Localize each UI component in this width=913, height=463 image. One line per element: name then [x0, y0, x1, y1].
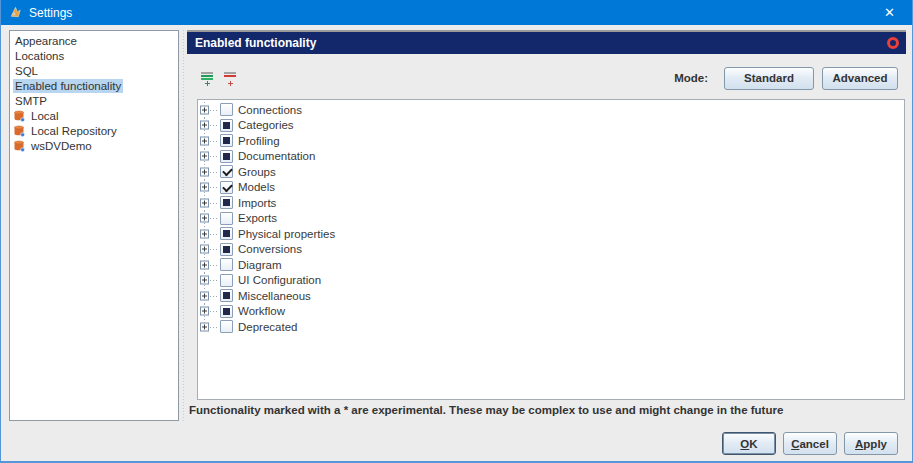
tree-connector [200, 257, 218, 273]
tree-checkbox[interactable] [220, 119, 233, 132]
tree-item-label[interactable]: Connections [238, 104, 302, 116]
toolbar: Mode: StandardAdvanced [187, 62, 906, 94]
panel-header: Enabled functionality [187, 30, 906, 54]
tree-connector [200, 180, 218, 196]
tree-connector [200, 118, 218, 134]
tree-checkbox[interactable] [220, 274, 233, 287]
mode-button-advanced[interactable]: Advanced [822, 67, 898, 90]
database-icon [13, 140, 25, 152]
expand-node-icon[interactable] [200, 167, 209, 176]
panel-title: Enabled functionality [187, 36, 316, 50]
functionality-tree: Connections Categories Profiling Documen… [197, 99, 905, 400]
tree-checkbox[interactable] [220, 165, 233, 178]
tree-item-label[interactable]: Models [238, 181, 275, 193]
tree-checkbox[interactable] [220, 196, 233, 209]
sidebar-item-sql[interactable]: SQL [13, 63, 178, 78]
cancel-button[interactable]: Cancel [783, 432, 837, 455]
sidebar-item-local[interactable]: Local [13, 108, 178, 123]
tree-item-label[interactable]: Categories [238, 119, 294, 131]
expand-node-icon[interactable] [200, 291, 209, 300]
titlebar[interactable]: Settings ✕ [1, 0, 912, 25]
tree-row: Categories [200, 118, 904, 134]
tree-connector [200, 164, 218, 180]
tree-item-label[interactable]: Miscellaneous [238, 290, 311, 302]
expand-node-icon[interactable] [200, 307, 209, 316]
tree-item-label[interactable]: Imports [238, 197, 276, 209]
expand-node-icon[interactable] [200, 229, 209, 238]
tree-checkbox[interactable] [220, 243, 233, 256]
tree-item-label[interactable]: Diagram [238, 259, 281, 271]
tree-row: Conversions [200, 242, 904, 258]
tree-checkbox[interactable] [220, 150, 233, 163]
tree-connector [200, 226, 218, 242]
tree-checkbox[interactable] [220, 181, 233, 194]
expand-all-icon[interactable] [199, 70, 216, 87]
tree-row: Exports [200, 211, 904, 227]
tree-item-label[interactable]: Documentation [238, 150, 315, 162]
tree-item-label[interactable]: Physical properties [238, 228, 335, 240]
sidebar-item-appearance[interactable]: Appearance [13, 33, 178, 48]
expand-node-icon[interactable] [200, 152, 209, 161]
tree-checkbox[interactable] [220, 320, 233, 333]
expand-node-icon[interactable] [200, 214, 209, 223]
record-red-icon [887, 37, 899, 49]
tree-row: Profiling [200, 133, 904, 149]
sidebar-item-locations[interactable]: Locations [13, 48, 178, 63]
tree-item-label[interactable]: UI Configuration [238, 274, 321, 286]
sidebar-item-label: SQL [13, 64, 40, 78]
footer-buttons: OKCancelApply [715, 432, 898, 455]
expand-node-icon[interactable] [200, 322, 209, 331]
settings-dialog: Settings ✕ Appearance Locations [0, 0, 913, 463]
tree-row: Models [200, 180, 904, 196]
sidebar-item-label: Appearance [13, 34, 79, 48]
sidebar-item-wsdvdemo[interactable]: wsDVDemo [13, 138, 178, 153]
expand-node-icon[interactable] [200, 245, 209, 254]
tree-connector [200, 319, 218, 335]
expand-node-icon[interactable] [200, 121, 209, 130]
tree-checkbox[interactable] [220, 134, 233, 147]
sidebar-item-local-repository[interactable]: Local Repository [13, 123, 178, 138]
tree-checkbox[interactable] [220, 227, 233, 240]
tree-row: Connections [200, 102, 904, 118]
ok-button[interactable]: OK [722, 432, 776, 455]
tree-checkbox[interactable] [220, 212, 233, 225]
tree-item-label[interactable]: Deprecated [238, 321, 297, 333]
expand-node-icon[interactable] [200, 136, 209, 145]
splitter-handle[interactable] [180, 30, 187, 421]
tree-row: Documentation [200, 149, 904, 165]
tree-item-label[interactable]: Exports [238, 212, 277, 224]
sidebar-item-label: wsDVDemo [29, 139, 94, 153]
tree-checkbox[interactable] [220, 289, 233, 302]
expand-node-icon[interactable] [200, 183, 209, 192]
apply-button[interactable]: Apply [844, 432, 898, 455]
expand-node-icon[interactable] [200, 198, 209, 207]
tree-connector [200, 195, 218, 211]
mode-button-standard[interactable]: Standard [724, 67, 814, 90]
mode-label: Mode: [674, 72, 708, 84]
mode-group: Mode: StandardAdvanced [674, 67, 898, 90]
tree-item-label[interactable]: Workflow [238, 305, 285, 317]
tree-checkbox[interactable] [220, 305, 233, 318]
tree-row: Miscellaneous [200, 288, 904, 304]
tree-connector [200, 149, 218, 165]
tree-checkbox[interactable] [220, 103, 233, 116]
experimental-note: Functionality marked with a * are experi… [189, 404, 901, 416]
sidebar-item-label: SMTP [13, 94, 49, 108]
expand-node-icon[interactable] [200, 260, 209, 269]
app-icon [8, 5, 23, 20]
tree-checkbox[interactable] [220, 258, 233, 271]
collapse-all-icon[interactable] [222, 70, 239, 87]
sidebar-item-enabled-functionality[interactable]: Enabled functionality [13, 78, 178, 93]
expand-node-icon[interactable] [200, 276, 209, 285]
tree-item-label[interactable]: Groups [238, 166, 276, 178]
expand-node-icon[interactable] [200, 105, 209, 114]
tree-row: Workflow [200, 304, 904, 320]
tree-item-label[interactable]: Conversions [238, 243, 302, 255]
tree-connector [200, 242, 218, 258]
close-button[interactable]: ✕ [867, 0, 912, 25]
tree-item-label[interactable]: Profiling [238, 135, 280, 147]
database-icon [13, 110, 25, 122]
sidebar-item-smtp[interactable]: SMTP [13, 93, 178, 108]
tree-row: Groups [200, 164, 904, 180]
tree-row: Deprecated [200, 319, 904, 335]
